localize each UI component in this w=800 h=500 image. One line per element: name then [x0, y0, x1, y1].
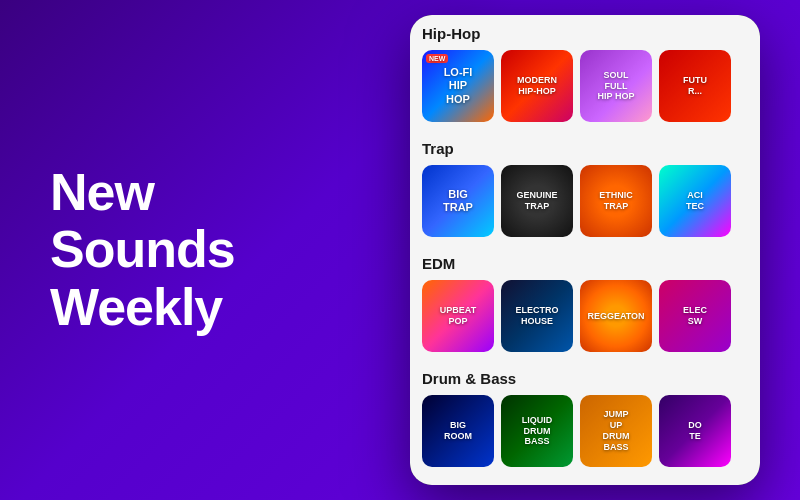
tablet-screen[interactable]: Hip-HopNEWLO-FI HIP HOPMODERN HIP-HOPSOU…	[410, 15, 760, 485]
card-genuinetrap[interactable]: GENUINE TRAP	[501, 165, 573, 237]
card-elecswing[interactable]: ELEC SW	[659, 280, 731, 352]
tagline-line1: New	[50, 163, 154, 221]
card-label-jumpup: JUMP UP DRUM BASS	[603, 409, 630, 452]
section-title-edm: EDM	[422, 255, 748, 272]
card-reggeaton[interactable]: REGGEATON	[580, 280, 652, 352]
card-upbeatpop[interactable]: UPBEAT POP	[422, 280, 494, 352]
section-title-drumandbass: Drum & Bass	[422, 370, 748, 387]
card-label-acid: ACI TEC	[686, 190, 704, 212]
card-label-bigroom: BIG ROOM	[444, 420, 472, 442]
new-badge: NEW	[426, 54, 448, 63]
card-acid[interactable]: ACI TEC	[659, 165, 731, 237]
card-label-dot: DO TE	[688, 420, 702, 442]
card-label-reggeaton: REGGEATON	[587, 311, 644, 322]
card-label-upbeatpop: UPBEAT POP	[440, 305, 476, 327]
card-dot[interactable]: DO TE	[659, 395, 731, 467]
card-label-elecswing: ELEC SW	[683, 305, 707, 327]
section-drumandbass: Drum & BassBIG ROOMLIQUID DRUM BASSJUMP …	[410, 360, 760, 475]
section-trap: TrapBIG TRAPGENUINE TRAPETHNIC TRAPACI T…	[410, 130, 760, 245]
card-jumpup[interactable]: JUMP UP DRUM BASS	[580, 395, 652, 467]
card-soulfull[interactable]: SOUL FULL HIP HOP	[580, 50, 652, 122]
card-label-lofihiphop: LO-FI HIP HOP	[444, 66, 473, 106]
cards-row-trap: BIG TRAPGENUINE TRAPETHNIC TRAPACI TEC	[422, 165, 748, 237]
section-edm: EDMUPBEAT POPELECTRO HOUSEREGGEATONELEC …	[410, 245, 760, 360]
card-label-bigtrap: BIG TRAP	[443, 188, 473, 214]
card-electrohouse[interactable]: ELECTRO HOUSE	[501, 280, 573, 352]
card-label-modernhiphop: MODERN HIP-HOP	[517, 75, 557, 97]
card-ethnictrap[interactable]: ETHNIC TRAP	[580, 165, 652, 237]
tagline-line3: Weekly	[50, 278, 222, 336]
section-title-hiphop: Hip-Hop	[422, 25, 748, 42]
card-future[interactable]: FUTU R...	[659, 50, 731, 122]
card-bigtrap[interactable]: BIG TRAP	[422, 165, 494, 237]
card-modernhiphop[interactable]: MODERN HIP-HOP	[501, 50, 573, 122]
left-panel: New Sounds Weekly	[0, 124, 370, 376]
card-lofihiphop[interactable]: NEWLO-FI HIP HOP	[422, 50, 494, 122]
tablet: Hip-HopNEWLO-FI HIP HOPMODERN HIP-HOPSOU…	[410, 15, 760, 485]
tagline: New Sounds Weekly	[50, 164, 320, 336]
card-label-genuinetrap: GENUINE TRAP	[516, 190, 557, 212]
card-liquiddrum[interactable]: LIQUID DRUM BASS	[501, 395, 573, 467]
cards-row-drumandbass: BIG ROOMLIQUID DRUM BASSJUMP UP DRUM BAS…	[422, 395, 748, 467]
card-label-ethnictrap: ETHNIC TRAP	[599, 190, 633, 212]
card-label-electrohouse: ELECTRO HOUSE	[515, 305, 558, 327]
section-title-trap: Trap	[422, 140, 748, 157]
section-hiphop: Hip-HopNEWLO-FI HIP HOPMODERN HIP-HOPSOU…	[410, 15, 760, 130]
tablet-container: Hip-HopNEWLO-FI HIP HOPMODERN HIP-HOPSOU…	[370, 0, 800, 500]
cards-row-hiphop: NEWLO-FI HIP HOPMODERN HIP-HOPSOUL FULL …	[422, 50, 748, 122]
cards-row-edm: UPBEAT POPELECTRO HOUSEREGGEATONELEC SW	[422, 280, 748, 352]
tagline-line2: Sounds	[50, 220, 235, 278]
card-label-future: FUTU R...	[683, 75, 707, 97]
card-bigroom[interactable]: BIG ROOM	[422, 395, 494, 467]
card-label-liquiddrum: LIQUID DRUM BASS	[522, 415, 553, 447]
card-label-soulfull: SOUL FULL HIP HOP	[598, 70, 635, 102]
